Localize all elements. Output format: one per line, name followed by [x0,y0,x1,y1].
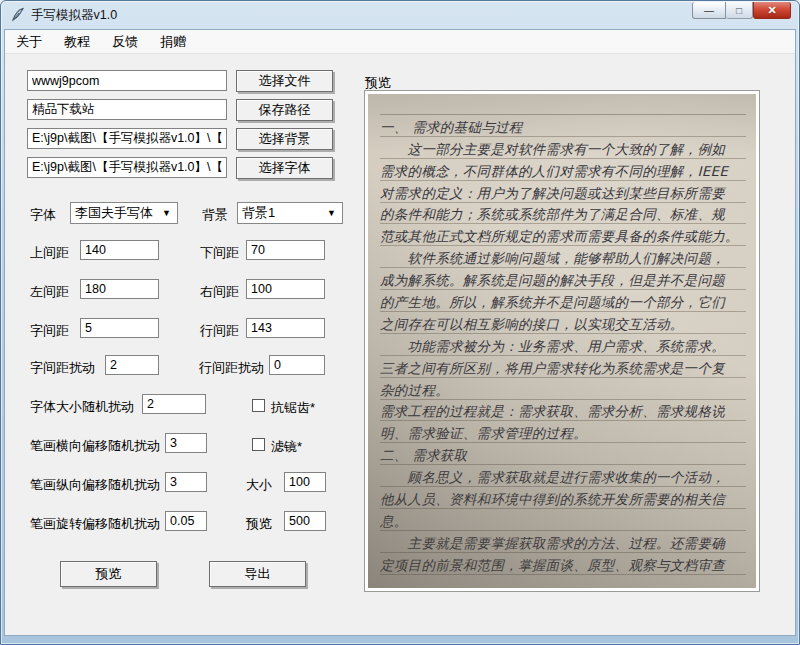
left-spacing-label: 左间距 [30,283,69,301]
menu-donate[interactable]: 捐赠 [153,30,193,54]
save-path-button[interactable]: 保存路径 [236,99,333,121]
font-size-jitter-label: 字体大小随机扰动 [30,398,134,416]
char-spacing-input[interactable] [80,318,159,338]
preview-count-label: 预览 [246,515,272,533]
right-spacing-label: 右间距 [200,283,239,301]
background-combobox[interactable]: 背景1 ▼ [237,202,343,224]
stroke-rot-jitter-input[interactable] [165,511,207,531]
client-area: 关于 教程 反馈 捐赠 选择文件 保存路径 选择背景 选择字体 字体 李国夫手写… [4,29,796,636]
top-spacing-input[interactable] [80,240,159,260]
app-window: 手写模拟器v1.0 — □ ✕ 关于 教程 反馈 捐赠 选择文件 保存路径 选择… [0,0,800,645]
size-input[interactable] [284,472,326,492]
stroke-h-jitter-label: 笔画横向偏移随机扰动 [30,437,160,455]
bottom-spacing-input[interactable] [246,240,325,260]
line-spacing-input[interactable] [246,318,325,338]
window-controls: — □ ✕ [692,2,791,19]
stroke-v-jitter-input[interactable] [165,472,207,492]
right-spacing-input[interactable] [246,279,325,299]
font-label: 字体 [30,206,56,224]
menu-about[interactable]: 关于 [9,30,49,54]
stroke-h-jitter-input[interactable] [165,433,207,453]
titlebar[interactable]: 手写模拟器v1.0 — □ ✕ [1,1,799,29]
chevron-down-icon: ▼ [162,208,171,218]
close-button[interactable]: ✕ [753,2,791,19]
minimize-button[interactable]: — [692,2,726,19]
size-label: 大小 [246,476,272,494]
background-label: 背景 [202,206,228,224]
select-font-button[interactable]: 选择字体 [236,157,333,179]
font-size-jitter-input[interactable] [142,394,206,414]
maximize-icon: □ [736,5,742,16]
close-icon: ✕ [767,4,776,17]
bottom-spacing-label: 下间距 [200,244,239,262]
char-jitter-label: 字间距扰动 [30,359,95,377]
source-file-input[interactable] [27,70,227,91]
preview-image-frame: 一、 需求的基础与过程 这一部分主要是对软件需求有一个大致的了解，例如 需求的概… [364,90,760,592]
stroke-v-jitter-label: 笔画纵向偏移随机扰动 [30,476,160,494]
font-combobox[interactable]: 李国夫手写体 ▼ [70,202,178,224]
stroke-rot-jitter-label: 笔画旋转偏移随机扰动 [30,515,160,533]
background-path-input[interactable] [27,128,227,149]
antialias-label: 抗锯齿* [271,399,315,417]
preview-count-input[interactable] [284,511,326,531]
antialias-checkbox[interactable] [252,399,265,412]
font-combobox-value: 李国夫手写体 [75,204,153,222]
line-jitter-label: 行间距扰动 [199,359,264,377]
menu-bar: 关于 教程 反馈 捐赠 [5,30,795,54]
menu-feedback[interactable]: 反馈 [105,30,145,54]
char-jitter-input[interactable] [105,355,159,375]
paper-shadow-overlay [368,94,756,588]
select-background-button[interactable]: 选择背景 [236,128,333,150]
save-path-input[interactable] [27,99,227,120]
line-jitter-input[interactable] [269,355,325,375]
handwriting-preview-image: 一、 需求的基础与过程 这一部分主要是对软件需求有一个大致的了解，例如 需求的概… [368,94,756,588]
minimize-icon: — [704,5,714,16]
filter-label: 滤镜* [271,438,302,456]
maximize-button[interactable]: □ [726,2,753,19]
font-path-input[interactable] [27,157,227,178]
left-spacing-input[interactable] [80,279,159,299]
window-title: 手写模拟器v1.0 [31,7,117,24]
chevron-down-icon: ▼ [327,208,336,218]
app-icon-feather [10,7,26,23]
menu-tutorial[interactable]: 教程 [57,30,97,54]
filter-checkbox[interactable] [252,438,265,451]
export-button[interactable]: 导出 [209,561,306,587]
select-file-button[interactable]: 选择文件 [236,70,333,92]
char-spacing-label: 字间距 [30,322,69,340]
line-spacing-label: 行间距 [200,322,239,340]
preview-button[interactable]: 预览 [60,561,157,587]
top-spacing-label: 上间距 [30,244,69,262]
background-combobox-value: 背景1 [242,204,275,222]
